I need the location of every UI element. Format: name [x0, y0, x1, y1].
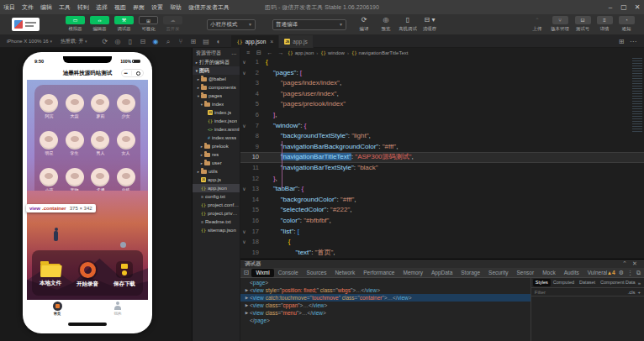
- voice-avatar-男人[interactable]: 男人: [87, 125, 113, 162]
- code-line-19[interactable]: 19 "text": "首页",: [240, 248, 644, 259]
- more-actions-icon[interactable]: ⋯: [627, 38, 639, 45]
- view-button-云开发[interactable]: ☁云开发: [161, 16, 185, 33]
- fold-caret-icon[interactable]: ∨: [240, 68, 248, 79]
- expand-arrow-icon[interactable]: ▶: [244, 302, 250, 309]
- menu-item-界面[interactable]: 界面: [129, 3, 148, 12]
- strip-icon-8[interactable]: ▤: [199, 35, 212, 48]
- view-button-调试器[interactable]: ⚒调试器: [112, 16, 136, 33]
- devtools-tab-Mock[interactable]: Mock: [538, 269, 560, 277]
- devtools-tab-Storage[interactable]: Storage: [457, 269, 484, 277]
- layout-icon[interactable]: ⊟: [255, 50, 263, 56]
- wxml-node-1[interactable]: ▶<view style="position: fixed;" class="w…: [240, 286, 531, 294]
- wxml-node-2[interactable]: ▶<view catch:touchmove="touchmove" class…: [240, 294, 531, 302]
- tab-app-js[interactable]: JS app.js: [279, 35, 313, 48]
- toolbar-button-通知[interactable]: ◔通知: [615, 16, 637, 33]
- devtools-tab-Vulnerability[interactable]: Vulnerability: [583, 269, 607, 277]
- wxml-node-5[interactable]: </page>: [240, 317, 531, 324]
- fold-caret-icon[interactable]: ∨: [240, 121, 248, 132]
- device-select[interactable]: iPhone X 100% 16 ▾: [0, 39, 52, 44]
- voice-avatar-学生[interactable]: 学生: [62, 125, 88, 162]
- fold-caret-icon[interactable]: ∨: [240, 57, 248, 68]
- maximize-icon[interactable]: ▢: [617, 0, 631, 14]
- tree-item-project.private.config.json[interactable]: {}project.private.config.json: [193, 209, 240, 218]
- code-line-12[interactable]: 12 },: [240, 174, 644, 185]
- tree-item-index.json[interactable]: {}index.json: [193, 117, 240, 125]
- breadcrumb-item-app.json[interactable]: {}app.json: [288, 50, 314, 55]
- styles-tab-Component Data[interactable]: Component Data: [598, 279, 638, 286]
- wxml-node-3[interactable]: ▶<view class="cppan">…</view>: [240, 302, 531, 309]
- code-line-2[interactable]: ∨2 "pages": [: [240, 68, 644, 79]
- toolbar-button-版本管理[interactable]: ⑂版本管理: [548, 16, 572, 33]
- breadcrumb-item-navigationBarTitleText[interactable]: {}navigationBarTitleText: [351, 50, 408, 55]
- voice-avatar-少女[interactable]: 少女: [113, 88, 140, 125]
- tree-item-index.wxss[interactable]: #index.wxss: [193, 134, 240, 142]
- styles-tab-Styles[interactable]: Styles: [533, 279, 551, 286]
- devtools-tab-Security[interactable]: Security: [484, 269, 512, 277]
- more-tabs-icon[interactable]: »: [638, 281, 642, 286]
- strip-icon-0[interactable]: ⟳: [98, 35, 111, 48]
- tree-item-utils[interactable]: ▸utils: [193, 167, 240, 176]
- voice-avatar-阿滨[interactable]: 阿滨: [36, 88, 62, 125]
- devtools-tab-Sources[interactable]: Sources: [303, 269, 331, 277]
- view-button-可视化[interactable]: ⊞可视化: [136, 16, 161, 33]
- more-menu-icon[interactable]: •••: [124, 70, 128, 77]
- hamburger-icon[interactable]: ≡: [244, 50, 252, 55]
- view-button-模拟器[interactable]: ▭模拟器: [63, 16, 87, 33]
- tab-app-json[interactable]: {} app.json ×: [231, 35, 279, 48]
- menu-item-帮助[interactable]: 帮助: [166, 3, 185, 12]
- devtools-tab-Performance[interactable]: Performance: [359, 269, 399, 277]
- strip-icon-6[interactable]: ⑂: [174, 35, 187, 48]
- expand-arrow-icon[interactable]: ▶: [244, 294, 250, 302]
- devtools-tab-Memory[interactable]: Memory: [399, 269, 426, 277]
- action-button-预览[interactable]: ◎预览: [375, 16, 397, 33]
- expand-arrow-icon[interactable]: ▶: [244, 309, 250, 317]
- close-icon[interactable]: ✕: [631, 0, 644, 14]
- toolbar-button-详情[interactable]: ≡详情: [594, 16, 615, 33]
- dock-side-icon[interactable]: ⧉: [636, 270, 641, 276]
- code-line-9[interactable]: 9 "navigationBarBackgroundColor": "#fff"…: [240, 142, 644, 153]
- forward-arrow-icon[interactable]: →: [277, 50, 285, 55]
- code-editor[interactable]: ≡ ⊟ ← → {}app.json›{}window›{}navigation…: [240, 48, 644, 259]
- voice-avatar-明星[interactable]: 明星: [36, 125, 62, 162]
- action-button-清缓存[interactable]: ⊟ ▾清缓存: [419, 16, 441, 33]
- code-line-13[interactable]: ∨13 "tabBar": {: [240, 184, 644, 195]
- code-line-10[interactable]: 10 "navigationBarTitleText": "ASP300源码测试…: [240, 152, 644, 163]
- toolbar-button-上传[interactable]: ⌃上传: [526, 16, 548, 33]
- close-panel-icon[interactable]: ✕: [630, 260, 640, 267]
- breadcrumb-item-window[interactable]: {}window: [320, 50, 345, 55]
- voice-avatar-萝莉[interactable]: 萝莉: [87, 88, 113, 125]
- exit-miniprogram-icon[interactable]: [136, 71, 140, 76]
- styles-tab-Computed[interactable]: Computed: [551, 279, 577, 286]
- devtools-tab-Sensor[interactable]: Sensor: [513, 269, 539, 277]
- code-line-8[interactable]: 8 "backgroundTextStyle": "light",: [240, 131, 644, 142]
- mode-select[interactable]: 小程序模式▼: [207, 19, 256, 30]
- tree-item-index[interactable]: ▾index: [193, 100, 240, 108]
- menu-item-转到[interactable]: 转到: [74, 3, 92, 12]
- tree-item-index.wxml[interactable]: <>index.wxml: [193, 125, 240, 134]
- menu-item-微信开发者工具[interactable]: 微信开发者工具: [185, 3, 233, 12]
- save-download-button[interactable]: 保存下载: [113, 260, 135, 288]
- compile-select[interactable]: 普通编译▼: [272, 19, 346, 30]
- local-file-button[interactable]: 本地文件: [40, 260, 61, 287]
- tree-item-pages[interactable]: ▾pages: [193, 92, 240, 100]
- code-line-14[interactable]: 14 "backgroundColor": "#fff",: [240, 195, 644, 206]
- start-record-button[interactable]: 开始录音: [77, 260, 98, 288]
- tree-item-sitemap.json[interactable]: {}sitemap.json: [193, 226, 240, 234]
- kebab-menu-icon[interactable]: ⋮: [627, 270, 633, 276]
- code-line-1[interactable]: ∨1{: [240, 57, 644, 68]
- strip-icon-7[interactable]: ⊞: [187, 35, 199, 48]
- strip-icon-1[interactable]: ◎: [111, 35, 124, 48]
- wxml-node-4[interactable]: ▶<view class="menu">…</view>: [240, 309, 531, 317]
- toolbar-button-测试号[interactable]: ⊡测试号: [572, 16, 594, 33]
- code-line-7[interactable]: ∨7 "window": {: [240, 121, 644, 132]
- phone-tab-首页[interactable]: 首页: [27, 300, 87, 317]
- gear-icon[interactable]: ⚙: [619, 270, 624, 276]
- code-line-16[interactable]: 16 "color": "#bfbfbf",: [240, 216, 644, 227]
- explorer-more-icon[interactable]: ⋯: [231, 50, 236, 56]
- code-line-11[interactable]: 11 "navigationBarTextStyle": "black": [240, 163, 644, 174]
- inspect-element-icon[interactable]: ⊡: [240, 269, 251, 276]
- phone-tab-我的[interactable]: 我的: [87, 300, 148, 317]
- close-tab-icon[interactable]: ×: [270, 39, 273, 45]
- menu-item-工具[interactable]: 工具: [55, 3, 74, 12]
- new-class-button[interactable]: .cls: [627, 290, 635, 295]
